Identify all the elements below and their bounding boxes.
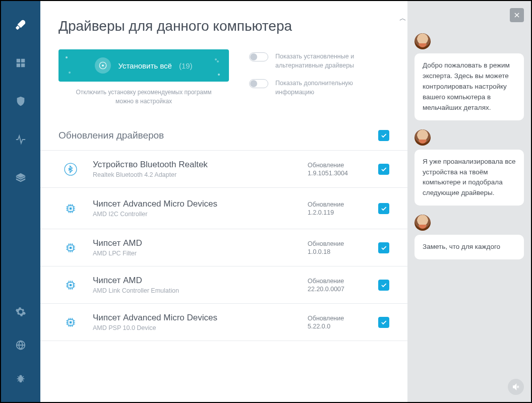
svg-rect-7 <box>70 246 72 248</box>
bluetooth-icon <box>58 163 83 176</box>
chip-icon <box>58 316 83 329</box>
driver-title: Чипсет AMD <box>93 276 298 286</box>
toggle-show-extra[interactable] <box>249 79 268 88</box>
chat-bubble: Заметь, что для каждого <box>415 235 524 259</box>
chat-message-group: Добро пожаловать в режим эксперта. Здесь… <box>415 33 524 120</box>
driver-version: Обновление5.22.0.0 <box>308 315 368 330</box>
install-note: Отключить установку рекомендуемых програ… <box>76 88 211 106</box>
driver-subtitle: AMD Link Controller Emulation <box>93 287 298 294</box>
driver-row[interactable]: Чипсет AMDAMD Link Controller EmulationО… <box>40 266 407 304</box>
driver-version: Обновление1.2.0.119 <box>308 201 368 216</box>
scroll-indicator-icon[interactable]: ︿ <box>399 14 406 23</box>
avatar <box>415 215 431 231</box>
driver-row[interactable]: Чипсет Advanced Micro DevicesAMD I2C Con… <box>40 188 407 229</box>
chat-close-button[interactable] <box>510 8 524 22</box>
driver-subtitle: Realtek Bluetooth 4.2 Adapter <box>93 171 298 178</box>
page-title: Драйверы для данного компьютера <box>58 18 389 34</box>
install-disc-icon <box>95 57 111 74</box>
main-content: ︿ Драйверы для данного компьютера Устано… <box>40 1 407 402</box>
install-all-button[interactable]: Установить всё (19) <box>58 49 229 82</box>
section-title: Обновления драйверов <box>58 130 164 141</box>
sidebar-shield-icon[interactable] <box>15 95 27 107</box>
chat-bubble: Добро пожаловать в режим эксперта. Здесь… <box>415 53 524 120</box>
mute-button[interactable] <box>508 379 524 395</box>
select-all-checkbox[interactable] <box>378 130 389 141</box>
driver-title: Устройство Bluetooth Realtek <box>93 160 298 170</box>
driver-title: Чипсет Advanced Micro Devices <box>93 313 298 323</box>
driver-subtitle: AMD LPC Filter <box>93 250 298 257</box>
sidebar-gear-icon[interactable] <box>15 306 27 318</box>
sidebar <box>1 1 40 402</box>
driver-row[interactable]: Чипсет Advanced Micro DevicesAMD PSP 10.… <box>40 304 407 341</box>
chip-icon <box>58 279 83 292</box>
driver-info: Чипсет AMDAMD LPC Filter <box>93 238 298 257</box>
sidebar-bug-icon[interactable] <box>15 372 27 384</box>
sidebar-grid-icon[interactable] <box>15 57 27 69</box>
chip-icon <box>58 241 83 254</box>
chat-panel: Добро пожаловать в режим эксперта. Здесь… <box>407 1 531 402</box>
driver-subtitle: AMD I2C Controller <box>93 211 298 218</box>
sidebar-globe-icon[interactable] <box>15 339 27 351</box>
sidebar-layers-icon[interactable] <box>15 172 27 184</box>
chat-body: Добро пожаловать в режим эксперта. Здесь… <box>415 33 524 402</box>
driver-row[interactable]: Устройство Bluetooth RealtekRealtek Blue… <box>40 151 407 188</box>
svg-point-2 <box>102 64 104 66</box>
sidebar-wrench-icon[interactable] <box>15 19 27 31</box>
driver-checkbox[interactable] <box>378 242 389 253</box>
driver-list: Устройство Bluetooth RealtekRealtek Blue… <box>40 150 407 341</box>
driver-checkbox[interactable] <box>378 280 389 291</box>
svg-rect-9 <box>70 284 72 286</box>
install-label: Установить всё <box>118 61 172 70</box>
chip-icon <box>58 202 83 215</box>
driver-title: Чипсет Advanced Micro Devices <box>93 199 298 209</box>
driver-info: Чипсет AMDAMD Link Controller Emulation <box>93 276 298 294</box>
driver-checkbox[interactable] <box>378 164 389 175</box>
svg-rect-5 <box>70 207 72 209</box>
chat-message-group: Заметь, что для каждого <box>415 215 524 259</box>
chat-bubble: Я уже проанализировала все устройства на… <box>415 150 524 206</box>
driver-version: Обновление1.9.1051.3004 <box>308 162 368 177</box>
driver-version: Обновление1.0.0.18 <box>308 240 368 255</box>
chat-message-group: Я уже проанализировала все устройства на… <box>415 129 524 206</box>
avatar <box>415 33 431 49</box>
driver-info: Устройство Bluetooth RealtekRealtek Blue… <box>93 160 298 178</box>
driver-subtitle: AMD PSP 10.0 Device <box>93 324 298 331</box>
svg-rect-11 <box>70 321 72 323</box>
driver-checkbox[interactable] <box>378 203 389 214</box>
toggle-show-installed-label: Показать установленные и альтернативные … <box>275 52 389 70</box>
driver-version: Обновление22.20.0.0007 <box>308 278 368 293</box>
toggle-show-extra-label: Показать дополнительную информацию <box>275 79 389 97</box>
install-count: (19) <box>179 61 193 70</box>
toggle-show-installed[interactable] <box>249 52 268 61</box>
sidebar-pulse-icon[interactable] <box>15 133 27 146</box>
driver-info: Чипсет Advanced Micro DevicesAMD I2C Con… <box>93 199 298 218</box>
avatar <box>415 129 431 146</box>
driver-checkbox[interactable] <box>378 317 389 328</box>
driver-row[interactable]: Чипсет AMDAMD LPC FilterОбновление1.0.0.… <box>40 229 407 266</box>
driver-info: Чипсет Advanced Micro DevicesAMD PSP 10.… <box>93 313 298 331</box>
driver-title: Чипсет AMD <box>93 238 298 248</box>
